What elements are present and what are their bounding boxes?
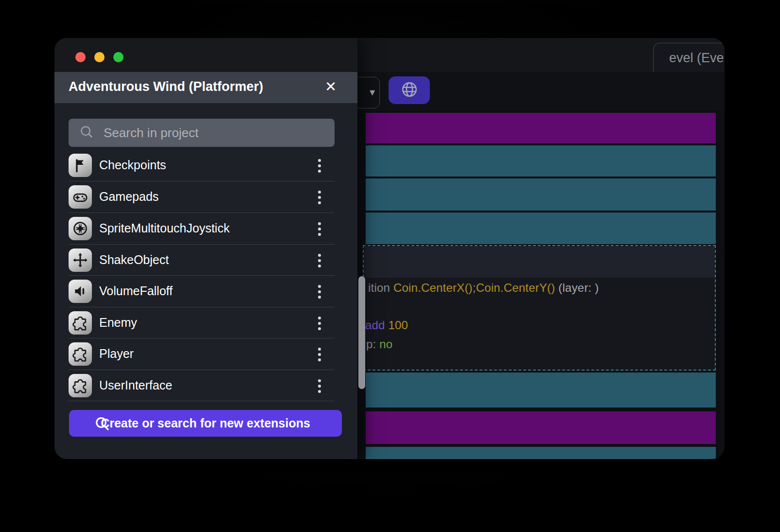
gamepad-icon	[69, 185, 92, 209]
layer-text: (layer: )	[555, 281, 599, 294]
list-divider	[69, 401, 335, 401]
list-item-label: Gamepads	[99, 190, 159, 204]
param-label-text: p:	[366, 337, 379, 351]
traffic-close-button[interactable]	[75, 52, 86, 62]
event-conditions-area[interactable]	[364, 247, 714, 278]
window-titlebar	[54, 38, 357, 72]
list-item-shakeobject[interactable]: ShakeObject	[54, 245, 357, 276]
kebab-menu-icon[interactable]	[316, 316, 323, 331]
operator-text: add	[365, 319, 389, 332]
kebab-menu-icon[interactable]	[316, 221, 323, 237]
event-row[interactable]	[366, 113, 716, 143]
globe-button[interactable]	[389, 76, 430, 104]
list-item-enemy[interactable]: Enemy	[54, 307, 357, 338]
close-icon[interactable]: ✕	[325, 78, 337, 95]
value-text: 100	[389, 319, 408, 332]
event-row[interactable]	[366, 145, 716, 177]
list-item-gamepads[interactable]: Gamepads	[54, 181, 357, 213]
events-sheet: ition Coin.CenterX();Coin.CenterY() (lay…	[357, 111, 725, 459]
project-title: Adventurous Wind (Platformer)	[69, 79, 263, 94]
caret-down-icon: ▾	[370, 86, 375, 99]
project-search[interactable]	[69, 119, 335, 147]
kebab-menu-icon[interactable]	[316, 347, 323, 362]
kebab-menu-icon[interactable]	[316, 190, 323, 205]
screenshot-stage: evel (Events) ✕ Debugger × ▾	[0, 0, 780, 532]
list-item-userinterface[interactable]: UserInterface	[54, 370, 357, 401]
list-item-player[interactable]: Player	[54, 338, 357, 370]
list-item-checkpoints[interactable]: Checkpoints	[54, 150, 357, 181]
list-item-sprite-multitouch-joystick[interactable]: SpriteMultitouchJoystick	[54, 213, 357, 244]
search-icon	[69, 124, 94, 141]
event-row[interactable]	[366, 372, 716, 408]
project-manager-panel: Adventurous Wind (Platformer) ✕ Checkpoi…	[54, 38, 357, 459]
move-arrows-icon	[69, 248, 92, 272]
separator-text: ;	[473, 281, 476, 294]
tab-level-events[interactable]: evel (Events) ✕	[653, 43, 725, 72]
events-toolbar: ▾	[357, 72, 725, 111]
event-row[interactable]	[366, 411, 716, 444]
puzzle-icon	[69, 374, 92, 397]
list-item-label: ShakeObject	[99, 253, 169, 267]
list-item-label: VolumeFalloff	[99, 284, 173, 298]
list-item-label: SpriteMultitouchJoystick	[99, 221, 230, 235]
event-row[interactable]	[366, 447, 716, 459]
puzzle-icon	[69, 311, 92, 335]
flag-icon	[69, 154, 92, 177]
traffic-zoom-button[interactable]	[113, 52, 124, 62]
selected-event[interactable]: ition Coin.CenterX();Coin.CenterY() (lay…	[363, 245, 716, 371]
create-search-extensions-button[interactable]: Create or search for new extensions	[69, 410, 342, 437]
event-row[interactable]	[366, 213, 716, 244]
action-text: ition	[368, 281, 393, 294]
traffic-minimize-button[interactable]	[94, 52, 105, 62]
kebab-menu-icon[interactable]	[316, 378, 323, 394]
kebab-menu-icon[interactable]	[316, 284, 323, 300]
tab-label: evel (Events)	[669, 51, 725, 66]
search-input[interactable]	[103, 125, 328, 141]
event-row[interactable]	[366, 178, 716, 211]
kebab-menu-icon[interactable]	[316, 253, 323, 268]
globe-icon	[400, 80, 419, 101]
event-action-line[interactable]: ition Coin.CenterX();Coin.CenterY() (lay…	[368, 281, 599, 295]
joystick-icon	[69, 217, 92, 240]
search-icon	[94, 416, 110, 431]
list-item-label: UserInterface	[99, 378, 172, 392]
puzzle-icon	[69, 342, 92, 366]
scrollbar-thumb[interactable]	[358, 276, 365, 389]
list-item-label: Player	[99, 347, 134, 361]
cta-label: Create or search for new extensions	[101, 416, 310, 430]
app-window: evel (Events) ✕ Debugger × ▾	[54, 38, 725, 459]
event-action-line[interactable]: add 100	[365, 319, 408, 332]
expression-text: Coin.CenterX()	[393, 281, 473, 294]
panel-header: Adventurous Wind (Platformer) ✕	[54, 72, 357, 103]
list-item-label: Checkpoints	[99, 158, 166, 172]
tab-bar: evel (Events) ✕ Debugger ×	[357, 38, 725, 72]
expression-text: Coin.CenterY()	[476, 281, 555, 294]
list-item-label: Enemy	[99, 316, 137, 330]
kebab-menu-icon[interactable]	[316, 158, 323, 174]
speaker-icon	[69, 280, 92, 303]
list-item-volumefalloff[interactable]: VolumeFalloff	[54, 276, 357, 307]
value-text: no	[379, 337, 392, 351]
event-action-line[interactable]: p: no	[366, 337, 392, 351]
